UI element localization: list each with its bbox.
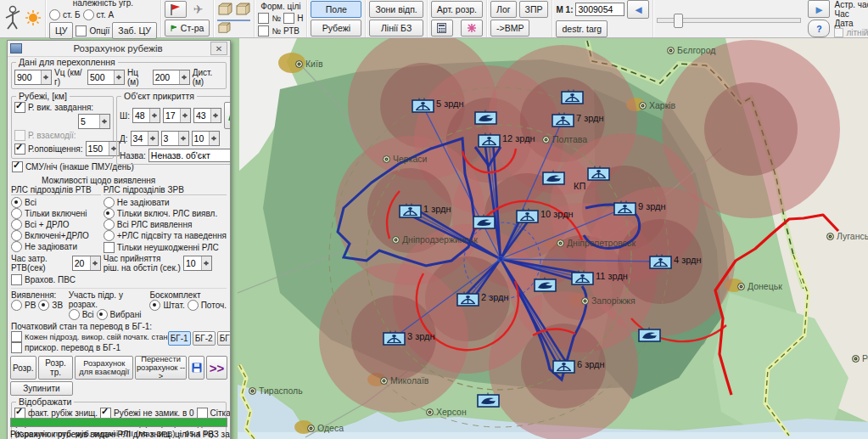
vmr-button[interactable]: ->ВМР (490, 20, 529, 37)
fast-bg1-checkbox[interactable]: прискор. перевод в БГ-1 (11, 342, 120, 353)
slider-thumb[interactable] (674, 14, 683, 28)
rtv-delay-stepper[interactable] (72, 256, 101, 271)
toolbar-group-target-format: Форм. цілі № Н № РТВ (255, 0, 307, 37)
flag-icon[interactable] (165, 1, 187, 18)
fast-forward-button[interactable]: >> (206, 356, 227, 380)
sam-radar-icon (516, 207, 539, 223)
target-altitude-stepper[interactable] (87, 70, 125, 85)
rtv-option-on-only[interactable]: Тільки включені (11, 208, 87, 219)
calculate-button[interactable]: Розр. (10, 356, 36, 380)
interaction-boundary-checkbox[interactable]: Р. взаємодії: (14, 130, 76, 141)
bg1-button[interactable]: БГ-1 (168, 331, 191, 346)
close-icon[interactable]: ✕ (210, 42, 227, 55)
tsu-button[interactable]: ЦУ (49, 22, 73, 39)
cube-icon[interactable] (235, 3, 250, 18)
zrv-option-all-detect[interactable]: Всі РЛС виявлення (104, 219, 193, 230)
unit-label: 10 зрдн (540, 209, 574, 219)
decision-time-stepper[interactable] (183, 256, 212, 271)
radio-side-a[interactable]: ст. А (83, 9, 115, 20)
main-toolbar: належність угр. ст. Б ст. А ЦУ Опції Заб… (0, 0, 868, 38)
arrow-left-icon[interactable]: ◀ (627, 0, 649, 19)
save-icon[interactable] (188, 356, 204, 380)
sun-icon[interactable] (25, 9, 42, 28)
sam-radar-icon (571, 269, 594, 285)
help-icon[interactable]: ? (808, 20, 830, 37)
alert-boundary-checkbox[interactable]: Р.оповіщення: (14, 144, 83, 155)
time-label: Час (834, 9, 868, 19)
zv-radio[interactable]: ЗВ (38, 300, 63, 311)
city-label: Ростов (862, 353, 868, 363)
h-checkbox[interactable]: Н (283, 13, 303, 24)
selected-units-radio[interactable]: Вибрані (97, 309, 142, 320)
lon-sec-stepper[interactable] (192, 131, 220, 146)
summer-time-checkbox[interactable]: літній час (834, 28, 868, 37)
bg3-button[interactable]: БГ-3 (217, 331, 231, 346)
pvs-account-checkbox[interactable]: Врахов. ПВС (11, 274, 76, 285)
rv-radio[interactable]: РВ (11, 300, 36, 311)
transfer-calculation-button[interactable]: Перенести розрахунок --> (135, 356, 187, 380)
task-boundary-stepper[interactable] (78, 114, 110, 129)
stop-button[interactable]: Зупинити (10, 381, 73, 396)
city-dot (581, 297, 589, 305)
play-icon[interactable]: ▶ (808, 0, 830, 18)
city-dot (383, 155, 390, 163)
current-ammo-radio[interactable]: Поточ. (188, 300, 227, 311)
object-name-input[interactable] (148, 149, 231, 162)
target-speed-stepper[interactable] (14, 70, 52, 85)
unit-label: 7 зрдн (576, 113, 604, 123)
city-dot (737, 283, 745, 290)
lon-min-stepper[interactable] (161, 131, 189, 146)
calculate-route-button[interactable]: Розр. тр. (38, 356, 74, 380)
distance-stepper[interactable] (153, 70, 190, 85)
pole-button[interactable]: Поле (311, 1, 361, 18)
standard-ammo-radio[interactable]: Штат. (149, 300, 184, 311)
calculator-icon[interactable] (431, 20, 453, 37)
task-boundary-checkbox[interactable]: Р. вик. завдання: (14, 102, 93, 113)
lon-deg-stepper[interactable] (131, 131, 159, 146)
zpr-button[interactable]: ЗПР (519, 1, 549, 18)
airplane-icon[interactable]: ✈ (193, 3, 204, 16)
panel-titlebar[interactable]: Розрахунок рубежів ✕ (8, 41, 230, 57)
rubezhi-button[interactable]: Рубежі (311, 20, 361, 37)
undamaged-only-checkbox[interactable]: Тільки неушкодженні РЛС (104, 242, 219, 253)
cube-icon[interactable] (217, 3, 232, 18)
city-label: Харків (649, 100, 675, 110)
zab-tsu-button[interactable]: Заб. ЦУ (112, 22, 156, 39)
scale-input[interactable] (575, 3, 624, 16)
cube-icon[interactable] (217, 22, 231, 36)
alert-boundary-stepper[interactable] (86, 141, 120, 156)
lat-sec-stepper[interactable] (193, 108, 221, 123)
pick-on-map-button[interactable] (224, 102, 231, 129)
sam-radar-icon (587, 165, 610, 181)
rtv-option-all-drlo[interactable]: Всі + ДРЛО (11, 219, 70, 230)
calculate-interaction-button[interactable]: Розрахунок для взаємодії (75, 356, 133, 380)
num-rtv-checkbox[interactable]: № РТВ (258, 25, 300, 37)
rtv-option-all[interactable]: Всі (11, 197, 36, 208)
zoom-slider[interactable] (657, 11, 801, 26)
rtv-option-none[interactable]: Не задіювати (11, 241, 77, 252)
zrv-option-on-detect[interactable]: Тільки включ. РЛС виявл. (104, 208, 217, 219)
all-units-radio[interactable]: Всі (69, 309, 94, 320)
bg2-button[interactable]: БГ-2 (193, 331, 216, 346)
affiliation-label: належність угр. (73, 0, 133, 8)
zrv-option-none[interactable]: Не задіювати (104, 197, 170, 208)
num-checkbox[interactable]: № (258, 13, 281, 24)
covered-object-group: Об'єкт прикриття Ш: Д: (116, 96, 231, 165)
own-initial-state-checkbox[interactable]: Кожен підрозд. викор. свій початк. стан (11, 331, 168, 342)
sam-radar-icon (478, 132, 501, 148)
sam-radar-icon (456, 290, 479, 307)
linii-bz-button[interactable]: Лінії БЗ (369, 20, 423, 37)
zony-vidp-button[interactable]: Зони відп. (369, 1, 423, 18)
radio-side-b[interactable]: ст. Б (49, 9, 81, 20)
lat-min-stepper[interactable] (163, 108, 191, 123)
person-icon[interactable] (3, 5, 22, 32)
stra-button[interactable]: Ст-ра (165, 20, 210, 37)
lat-deg-stepper[interactable] (132, 108, 160, 123)
log-button[interactable]: Лог (490, 1, 517, 18)
options-checkbox[interactable]: Опції (76, 25, 109, 37)
zrv-option-illumination[interactable]: +РЛС підсвіту та наведення (104, 230, 227, 241)
rtv-option-on-drlo[interactable]: Включені+ДРЛО (11, 230, 89, 241)
art-rozr-button[interactable]: Арт. розр. (431, 1, 483, 18)
destr-targ-button[interactable]: destr. targ (556, 20, 608, 37)
strike-burst-icon[interactable] (461, 20, 483, 37)
